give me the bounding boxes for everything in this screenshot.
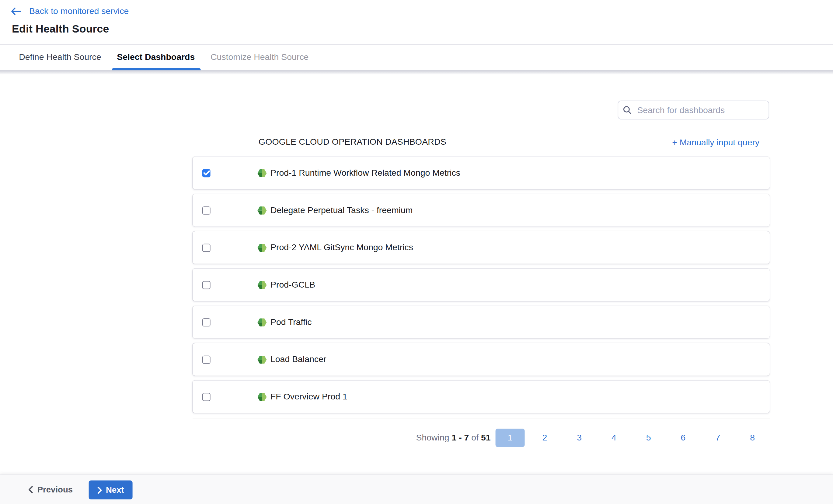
dashboard-label: Pod Traffic xyxy=(270,317,312,327)
dashboard-label: Prod-2 YAML GitSync Mongo Metrics xyxy=(270,243,413,252)
dashboard-icon xyxy=(257,205,266,215)
page-button-2[interactable]: 2 xyxy=(527,433,562,442)
page-button-5[interactable]: 5 xyxy=(631,433,666,442)
pagination-summary: Showing 1 - 7 of 51 xyxy=(416,433,491,442)
dashboard-row[interactable]: Prod-2 YAML GitSync Mongo Metrics xyxy=(193,231,770,264)
page-title: Edit Health Source xyxy=(12,23,109,35)
row-checkbox[interactable] xyxy=(202,318,211,326)
dashboard-icon xyxy=(257,243,266,252)
dashboard-icon xyxy=(257,392,266,401)
search-icon xyxy=(623,106,631,114)
dashboard-label: Delegate Perpetual Tasks - freemium xyxy=(270,205,412,215)
row-checkbox[interactable] xyxy=(202,393,211,401)
back-arrow-icon xyxy=(11,7,21,15)
header-shadow xyxy=(0,70,833,74)
search-input[interactable] xyxy=(631,105,769,115)
tab-bar: Define Health Source Select Dashboards C… xyxy=(19,45,324,70)
row-checkbox[interactable] xyxy=(202,244,211,252)
manually-input-query-link[interactable]: + Manually input query xyxy=(672,138,759,147)
next-label: Next xyxy=(106,485,124,495)
list-heading: GOOGLE CLOUD OPERATION DASHBOARDS xyxy=(259,137,446,147)
chevron-right-icon xyxy=(97,486,102,494)
row-checkbox[interactable] xyxy=(202,355,211,363)
chevron-left-icon xyxy=(28,486,33,494)
tab-customize-health-source[interactable]: Customize Health Source xyxy=(211,45,309,70)
dashboard-icon xyxy=(257,318,266,327)
page-button-3[interactable]: 3 xyxy=(562,433,597,442)
list-end-divider xyxy=(193,418,770,418)
dashboard-row[interactable]: Prod-1 Runtime Workflow Related Mongo Me… xyxy=(193,157,770,190)
dashboard-list: Prod-1 Runtime Workflow Related Mongo Me… xyxy=(193,157,770,413)
dashboard-row[interactable]: Prod-GCLB xyxy=(193,269,770,301)
dashboard-row[interactable]: Load Balancer xyxy=(193,343,770,376)
page-button-6[interactable]: 6 xyxy=(666,433,701,442)
dashboard-icon xyxy=(257,355,266,364)
dashboard-label: Prod-1 Runtime Workflow Related Mongo Me… xyxy=(270,168,460,178)
dashboard-row[interactable]: Delegate Perpetual Tasks - freemium xyxy=(193,194,770,226)
tab-define-health-source[interactable]: Define Health Source xyxy=(19,45,101,70)
previous-button[interactable]: Previous xyxy=(28,475,73,504)
row-checkbox[interactable] xyxy=(202,281,211,289)
row-checkbox[interactable] xyxy=(202,206,211,214)
page-button-1-active[interactable]: 1 xyxy=(496,428,525,447)
check-icon xyxy=(203,170,210,176)
back-link[interactable]: Back to monitored service xyxy=(11,6,129,16)
previous-label: Previous xyxy=(38,484,73,494)
search-box[interactable] xyxy=(618,101,769,120)
row-checkbox-checked[interactable] xyxy=(202,169,211,177)
tab-select-dashboards[interactable]: Select Dashboards xyxy=(117,45,195,70)
page: Back to monitored service Edit Health So… xyxy=(0,0,833,504)
dashboard-icon xyxy=(257,169,266,178)
dashboard-label: FF Overview Prod 1 xyxy=(270,392,348,402)
back-link-label: Back to monitored service xyxy=(29,6,129,16)
dashboard-row[interactable]: Pod Traffic xyxy=(193,306,770,338)
footer-bar: Previous Next xyxy=(0,474,833,504)
pagination: Showing 1 - 7 of 51 1 2 3 4 5 6 7 8 xyxy=(416,428,770,447)
dashboard-icon xyxy=(257,280,266,289)
page-button-8[interactable]: 8 xyxy=(735,433,770,442)
dashboard-label: Load Balancer xyxy=(270,354,326,364)
next-button[interactable]: Next xyxy=(89,481,133,500)
page-button-7[interactable]: 7 xyxy=(700,433,735,442)
page-button-4[interactable]: 4 xyxy=(597,433,631,442)
dashboard-label: Prod-GCLB xyxy=(270,280,315,290)
dashboard-row[interactable]: FF Overview Prod 1 xyxy=(193,381,770,413)
